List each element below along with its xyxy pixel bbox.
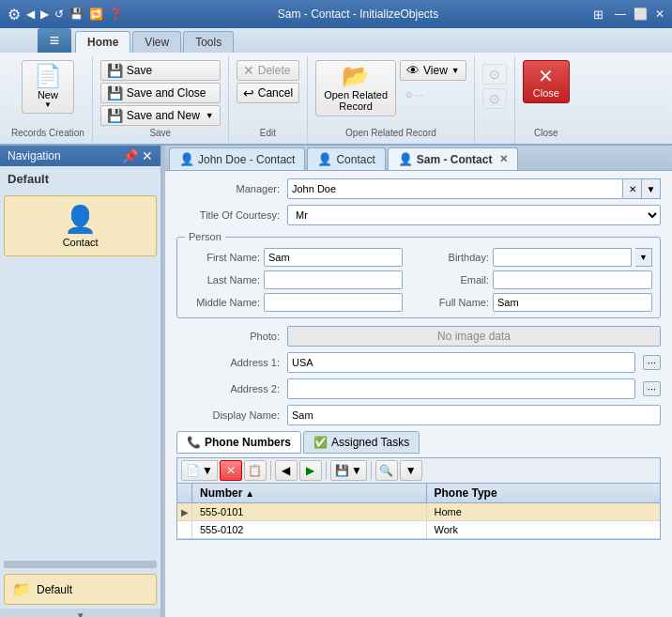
save-new-label: Save and New [127,109,200,122]
middle-name-input[interactable] [264,293,403,312]
last-name-input[interactable] [264,270,403,289]
view-button[interactable]: 👁 View ▼ [400,60,466,81]
tab-tools[interactable]: Tools [183,31,234,53]
nav-default-label: Default [0,166,160,192]
photo-label: Photo: [176,331,280,342]
photo-placeholder: No image data [437,330,511,343]
doc-tab-johndoe[interactable]: 👤 John Doe - Contact [169,147,305,170]
save-new-button[interactable]: 💾 Save and New ▼ [100,105,221,126]
minimize-btn[interactable]: — [615,8,626,22]
phone-tab-icon: 📞 [187,436,201,449]
tab-label-contact: Contact [336,153,374,166]
delete-icon: ✕ [226,464,236,477]
doc-tab-sam[interactable]: 👤 Sam - Contact ✕ [388,147,519,170]
refresh-btn[interactable]: ↺ [54,8,64,21]
doc-tab-contact[interactable]: 👤 Contact [307,147,385,170]
new-record-main[interactable]: 📄 ▼ [181,460,218,481]
grid-sep3 [371,461,372,480]
save-btn-title[interactable]: 💾 [69,8,84,21]
forward-btn[interactable]: ▶ [40,8,49,21]
display-name-input[interactable] [287,405,661,425]
cell-type-0: Home [427,503,661,520]
more-grid-btn[interactable]: ▼ [400,460,422,481]
close-btn[interactable]: ✕ [655,8,664,22]
prev-btn[interactable]: ◀ [275,460,298,481]
display-name-row: Display Name: [176,405,661,425]
cancel-button[interactable]: ↩ Cancel [237,83,299,103]
col-phone-type[interactable]: Phone Type [427,484,661,502]
tab-phone-numbers[interactable]: 📞 Phone Numbers [176,431,301,454]
tab-close-sam[interactable]: ✕ [499,153,508,165]
manager-field-wrapper: ✕ ▼ [287,178,661,199]
row-indicator-1 [177,521,192,538]
first-name-input[interactable] [264,248,403,267]
tab-home[interactable]: Home [75,31,130,53]
save-button[interactable]: 💾 Save [100,60,221,81]
ribbon: 📄 New ▼ Records Creation 💾 Save 💾 Save a… [0,53,672,146]
grid-row-0[interactable]: ▶ 555-0101 Home [177,503,660,521]
nav-close-btn[interactable]: ✕ [142,148,153,163]
nav-footer-default[interactable]: 📁 Default [4,574,157,605]
nav-contact-item[interactable]: 👤 Contact [4,195,157,256]
nav-scroll-down[interactable]: ▼ [76,610,85,618]
email-input[interactable] [493,270,652,289]
delete-button[interactable]: ✕ Delete [237,60,299,81]
more-btn1: ⊙ [482,64,507,85]
person-legend: Person [185,231,225,242]
system-menu-btn[interactable]: ≡ [38,28,71,53]
new-button[interactable]: 📄 New ▼ [22,60,74,114]
middle-name-row: Middle Name: [185,293,403,312]
new-record-btn[interactable]: 📄 ▼ [181,460,218,481]
save-close-icon: 💾 [107,85,123,100]
save-close-label: Save and Close [127,86,206,100]
extra-btn[interactable]: 🔁 [89,8,103,21]
birthday-input[interactable] [493,248,632,267]
save-close-button[interactable]: 💾 Save and Close [100,83,221,103]
address1-input[interactable] [287,352,635,373]
help-btn[interactable]: ❓ [109,8,123,21]
tab-assigned-tasks[interactable]: ✅ Assigned Tasks [303,431,420,454]
copy-btn[interactable]: 📋 [244,460,267,481]
save-list-main[interactable]: 💾 ▼ [330,460,367,481]
search-btn[interactable]: 🔍 [375,460,398,481]
col-number-label: Number [200,486,242,500]
address1-more-btn[interactable]: ··· [643,355,661,370]
grid-row-1[interactable]: 555-0102 Work [177,521,660,539]
close-icon: ✕ [538,65,554,87]
save-list-btn[interactable]: 💾 ▼ [330,460,367,481]
address2-input[interactable] [287,378,635,399]
title-courtesy-row: Title Of Courtesy: Mr Mrs Ms Dr [176,205,661,225]
nav-footer-label: Default [37,583,72,596]
person-grid: First Name: Birthday: ▼ Last Name: [185,248,652,312]
grid-icon[interactable]: ⊞ [593,8,603,22]
nav-scrollbar[interactable] [4,561,157,568]
edit-buttons: ✕ Delete ↩ Cancel [237,60,299,126]
delete-record-btn[interactable]: ✕ [220,460,242,481]
sort-icon: ▲ [245,488,254,499]
open-related-button[interactable]: 📂 Open RelatedRecord [315,60,396,116]
content-area: 👤 John Doe - Contact 👤 Contact 👤 Sam - C… [165,146,672,617]
address2-more-btn[interactable]: ··· [643,381,661,396]
view-label: View [423,64,448,77]
col-number[interactable]: Number ▲ [192,484,427,502]
birthday-calendar-btn[interactable]: ▼ [635,248,652,267]
next-btn[interactable]: ▶ [299,460,322,481]
title-courtesy-select[interactable]: Mr Mrs Ms Dr [287,205,661,225]
back-btn[interactable]: ◀ [26,8,35,21]
next-icon: ▶ [306,464,314,477]
restore-btn[interactable]: ⬜ [634,8,648,22]
close-button[interactable]: ✕ Close [523,60,570,103]
tab-label-sam: Sam - Contact [417,153,493,166]
nav-pin-btn[interactable]: 📌 [122,148,138,163]
manager-row: Manager: ✕ ▼ [176,178,661,199]
tab-view[interactable]: View [132,31,181,53]
manager-dropdown-btn[interactable]: ▼ [642,178,661,199]
manager-input[interactable] [287,178,623,199]
bottom-tabs: 📞 Phone Numbers ✅ Assigned Tasks [176,431,661,454]
full-name-input[interactable] [493,293,652,312]
person-fieldset: Person First Name: Birthday: ▼ [176,231,661,318]
save-new-icon: 💾 [107,108,123,123]
nav-header: Navigation 📌 ✕ [0,146,160,166]
manager-clear-btn[interactable]: ✕ [623,178,642,199]
ribbon-group-records-creation: 📄 New ▼ Records Creation [4,56,93,144]
